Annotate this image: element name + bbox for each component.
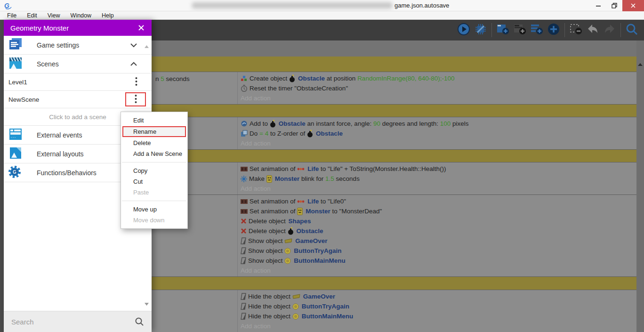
menu-separator — [122, 162, 186, 162]
add-circle-button[interactable] — [545, 22, 562, 39]
force-icon — [241, 120, 248, 127]
object-name: GameOver — [302, 293, 335, 300]
debug-icon — [475, 23, 487, 37]
redo-button[interactable] — [601, 22, 618, 39]
action-line[interactable]: Set animation of Life to "Life0" — [241, 196, 636, 206]
context-menu-delete[interactable]: Delete — [121, 138, 187, 148]
toolbar-separator — [620, 23, 621, 37]
remove-event-button[interactable] — [567, 22, 584, 39]
play-button[interactable] — [455, 22, 472, 39]
action-text: Make — [249, 175, 266, 182]
gdevelop-logo-icon: G — [4, 1, 12, 10]
add-comment-icon — [531, 23, 543, 37]
search-button[interactable] — [623, 22, 640, 39]
event-actions: Set animation of Life to "Life0"Set anim… — [238, 196, 636, 275]
menu-file[interactable]: File — [2, 11, 22, 19]
close-panel-icon[interactable] — [137, 24, 145, 32]
context-menu-rename[interactable]: Rename — [122, 126, 186, 137]
action-line[interactable]: Reset the timer "ObstacleCreation" — [241, 83, 636, 93]
object-name: ButtonTryAgain — [293, 247, 341, 254]
menu-window[interactable]: Window — [65, 11, 97, 19]
gdevelop-window: G game.json.autosave FileEditViewWindowH… — [0, 0, 644, 332]
expression-value: = 4 — [259, 130, 268, 137]
button-icon — [292, 303, 299, 310]
debug-button[interactable] — [472, 22, 489, 39]
monster-icon — [297, 208, 303, 215]
menu-edit[interactable]: Edit — [22, 11, 42, 19]
condition-line[interactable]: n 5 seconds — [155, 74, 237, 84]
sidebar-scroll-down-icon[interactable] — [145, 299, 149, 308]
life-icon — [297, 199, 305, 204]
external-events-icon — [8, 127, 24, 143]
scene-item-level1[interactable]: Level1 — [4, 73, 152, 91]
sidebar-item-label: Functions/Behaviors — [37, 169, 97, 177]
scene-item-newscene[interactable]: NewScene — [4, 91, 152, 108]
add-action-button[interactable]: Add action — [241, 138, 636, 148]
scroll-up-icon[interactable] — [638, 59, 643, 68]
context-menu-edit[interactable]: Edit — [121, 115, 187, 126]
action-line[interactable]: Hide the object ButtonTryAgain — [241, 301, 636, 311]
sidebar-item-game-settings[interactable]: Game settings — [4, 36, 152, 55]
sidebar-scroll-up-icon[interactable] — [145, 41, 149, 50]
animation-icon — [241, 166, 248, 172]
kebab-icon — [135, 77, 137, 88]
add-action-button[interactable]: Add action — [241, 93, 636, 103]
animation-icon — [241, 199, 248, 204]
redo-icon — [604, 23, 616, 37]
context-menu-paste[interactable]: Paste — [121, 187, 187, 198]
add-action-button[interactable]: Add action — [241, 321, 636, 331]
action-line[interactable]: Show object ButtonTryAgain — [241, 246, 636, 256]
visibility-icon — [241, 293, 246, 300]
project-title: Geometry Monster — [10, 24, 69, 32]
scenes-icon-wrap — [8, 57, 24, 71]
scene-menu-button[interactable] — [132, 94, 139, 105]
action-line[interactable]: Do = 4 to Z-order of Obstacle — [241, 129, 636, 138]
action-line[interactable]: Hide the object GameOver — [241, 292, 636, 301]
add-action-button[interactable]: Add action — [241, 266, 636, 275]
menu-bar: FileEditViewWindowHelp — [0, 11, 644, 20]
undo-button[interactable] — [584, 22, 601, 39]
scene-context-menu: EditRenameDeleteAdd a New SceneCopyCutPa… — [121, 112, 188, 229]
action-line[interactable]: Make Monster blink for 1.5 seconds — [241, 174, 636, 184]
chevron-down-button[interactable] — [130, 41, 137, 49]
action-text: at position — [325, 75, 357, 82]
action-text: to "Life0" — [319, 198, 346, 205]
object-name: Monster — [274, 175, 300, 182]
context-menu-move-down[interactable]: Move down — [121, 215, 187, 226]
action-line[interactable]: Delete object Shapes — [241, 216, 636, 226]
object-name: GameOver — [294, 237, 327, 244]
action-line[interactable]: Delete object Obstacle — [241, 226, 636, 236]
add-subevent-button[interactable] — [511, 22, 528, 39]
chevron-up-button[interactable] — [130, 60, 137, 68]
context-menu-cut[interactable]: Cut — [121, 176, 187, 187]
add-comment-button[interactable] — [528, 22, 545, 39]
sidebar-item-label: Scenes — [37, 60, 59, 68]
restore-button[interactable] — [606, 0, 622, 11]
action-line[interactable]: Add to Obstacle an instant force, angle:… — [241, 119, 636, 129]
action-line[interactable]: Set animation of Life to "Life" + ToStri… — [241, 164, 636, 174]
kebab-icon — [135, 94, 137, 105]
minimize-button[interactable] — [590, 0, 606, 11]
zorder-icon — [241, 130, 248, 137]
object-name: Obstacle — [278, 120, 306, 127]
object-name: ButtonMainMenu — [293, 257, 345, 264]
search-input[interactable]: Search — [4, 311, 152, 332]
action-text: blink for — [299, 175, 325, 182]
close-window-button[interactable] — [622, 0, 644, 11]
action-line[interactable]: Create object Obstacle at position Rando… — [241, 73, 636, 83]
action-line[interactable]: Set animation of Monster to "MonsterDead… — [241, 206, 636, 216]
events-scrollbar[interactable] — [636, 40, 644, 332]
menu-help[interactable]: Help — [97, 11, 119, 19]
action-line[interactable]: Show object GameOver — [241, 236, 636, 246]
action-line[interactable]: Show object ButtonMainMenu — [241, 256, 636, 266]
action-text: Add to — [250, 120, 270, 127]
menu-view[interactable]: View — [42, 11, 65, 19]
add-event-button[interactable] — [494, 22, 511, 39]
context-menu-add-a-new-scene[interactable]: Add a New Scene — [121, 148, 187, 159]
context-menu-copy[interactable]: Copy — [121, 165, 187, 176]
context-menu-move-up[interactable]: Move up — [121, 204, 187, 215]
scene-menu-button[interactable] — [133, 77, 139, 88]
sidebar-item-scenes[interactable]: Scenes — [4, 55, 152, 73]
action-line[interactable]: Hide the object ButtonMainMenu — [241, 311, 636, 321]
add-action-button[interactable]: Add action — [241, 184, 636, 194]
